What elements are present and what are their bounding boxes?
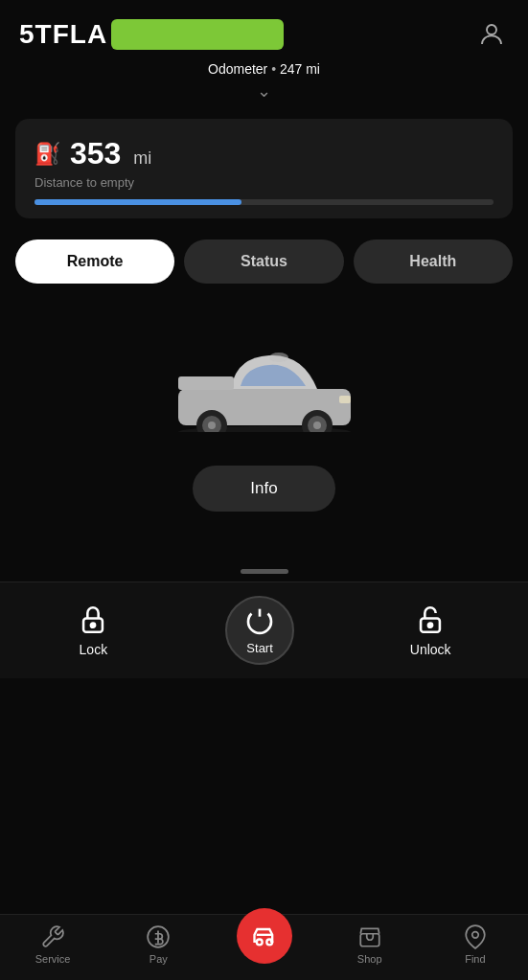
tab-health[interactable]: Health — [354, 239, 513, 284]
wrench-icon — [40, 924, 65, 949]
fuel-bar-fill — [34, 199, 241, 205]
vehicle-center-button[interactable] — [237, 908, 292, 964]
vin-redacted — [111, 19, 284, 50]
start-action[interactable]: Start — [225, 596, 294, 665]
fuel-label: Distance to empty — [34, 175, 494, 190]
unlock-icon — [414, 604, 447, 636]
svg-rect-3 — [178, 376, 234, 390]
nav-shop[interactable]: Shop — [317, 924, 423, 965]
vehicle-image — [154, 327, 375, 432]
fuel-miles-value: 353 — [70, 136, 121, 171]
header: 5TFLA — [0, 0, 528, 59]
shop-label: Shop — [357, 953, 382, 965]
remote-actions-bar: Lock Start Unlock — [0, 581, 528, 678]
vin-prefix: 5TFLA — [19, 19, 107, 50]
info-button-wrap: Info — [0, 466, 528, 512]
unlock-action[interactable]: Unlock — [410, 604, 451, 657]
chevron-down-icon[interactable]: ⌄ — [0, 80, 528, 102]
svg-point-13 — [91, 624, 95, 627]
svg-point-6 — [208, 422, 216, 429]
svg-point-20 — [472, 932, 479, 939]
fuel-top: ⛽ 353 mi — [34, 136, 494, 171]
vin-block: 5TFLA — [19, 19, 284, 50]
service-label: Service — [35, 953, 71, 965]
nav-vehicle-center[interactable] — [211, 925, 316, 964]
swipe-handle[interactable] — [0, 569, 528, 574]
svg-point-11 — [269, 353, 288, 362]
fuel-bar-background — [34, 199, 494, 205]
location-icon — [463, 924, 488, 949]
odometer-label: Odometer — [208, 61, 267, 77]
profile-icon[interactable] — [474, 17, 509, 52]
fuel-card: ⛽ 353 mi Distance to empty — [15, 119, 513, 218]
shop-icon — [357, 924, 382, 949]
lock-label: Lock — [80, 642, 108, 657]
swipe-handle-bar — [241, 569, 288, 574]
fuel-miles-display: 353 mi — [70, 136, 151, 171]
svg-point-18 — [266, 940, 272, 946]
pay-label: Pay — [149, 953, 168, 965]
nav-service[interactable]: Service — [0, 924, 105, 965]
svg-point-9 — [313, 422, 321, 429]
lock-action[interactable]: Lock — [77, 604, 109, 657]
power-icon — [244, 606, 275, 637]
nav-pay[interactable]: Pay — [105, 924, 211, 965]
svg-point-17 — [256, 940, 262, 946]
nav-find[interactable]: Find — [423, 924, 528, 965]
svg-point-0 — [487, 25, 496, 34]
dollar-icon — [146, 924, 171, 949]
car-icon — [251, 923, 278, 949]
svg-rect-10 — [339, 396, 351, 403]
fuel-unit: mi — [121, 136, 151, 171]
start-label: Start — [246, 641, 272, 655]
vehicle-image-area — [0, 312, 528, 446]
tab-remote[interactable]: Remote — [15, 239, 174, 284]
fuel-pump-icon: ⛽ — [34, 142, 60, 167]
find-label: Find — [465, 953, 485, 965]
svg-point-15 — [428, 624, 432, 627]
tab-status[interactable]: Status — [184, 239, 343, 284]
odometer-value: 247 mi — [280, 61, 320, 77]
info-button[interactable]: Info — [193, 466, 334, 512]
unlock-label: Unlock — [410, 642, 451, 657]
bottom-nav: Service Pay Shop Find — [0, 914, 528, 980]
odometer-row: Odometer • 247 mi — [0, 61, 528, 77]
tabs-row: Remote Status Health — [15, 239, 513, 284]
lock-icon — [77, 604, 109, 636]
